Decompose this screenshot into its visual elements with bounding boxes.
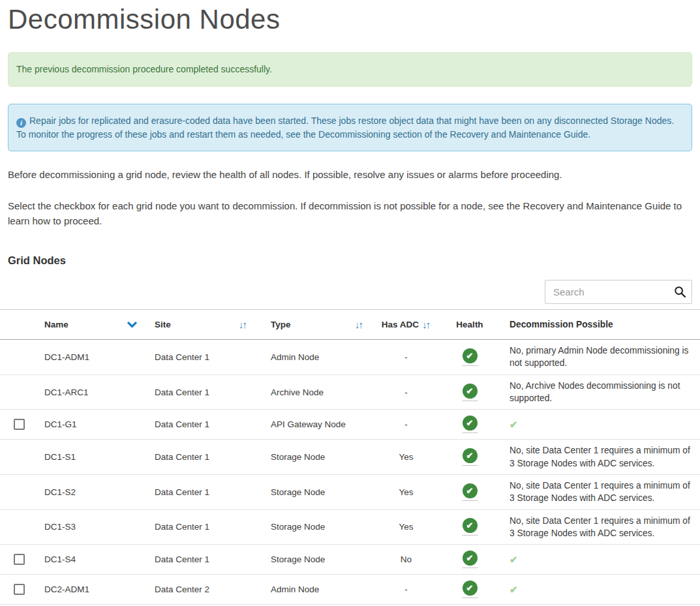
table-row: DC1-ADM1 Data Center 1 Admin Node - ✔ No…: [0, 340, 700, 375]
cell-type: Admin Node: [271, 584, 375, 594]
cell-checkbox: [8, 584, 44, 595]
health-ok-icon[interactable]: ✔: [463, 416, 478, 433]
grid-nodes-heading: Grid Nodes: [8, 254, 692, 267]
cell-has-adc: -: [375, 419, 437, 429]
cell-type: Archive Node: [271, 387, 375, 397]
sort-desc-chevron-icon: [127, 322, 137, 328]
health-check-glyph: ✔: [463, 416, 478, 431]
cell-site: Data Center 1: [155, 352, 271, 362]
decommission-possible-check-icon: ✔: [510, 584, 518, 595]
cell-name: DC1-S4: [44, 554, 155, 564]
success-banner: The previous decommission procedure comp…: [8, 52, 692, 86]
cell-name: DC1-ARC1: [44, 387, 155, 397]
cell-type: API Gateway Node: [271, 419, 375, 429]
grid-nodes-table: Name Site ↓↑ Type ↓↑: [0, 309, 700, 606]
info-icon: i: [16, 118, 26, 128]
cell-type: Storage Node: [271, 522, 375, 532]
page-title: Decommission Nodes: [8, 4, 692, 35]
cell-checkbox: [8, 419, 44, 430]
grid-table-header: Name Site ↓↑ Type ↓↑: [0, 310, 700, 340]
cell-has-adc: -: [375, 387, 437, 397]
table-row: DC1-S3 Data Center 1 Storage Node Yes ✔ …: [0, 510, 700, 545]
health-ok-icon[interactable]: ✔: [463, 348, 478, 366]
cell-site: Data Center 1: [155, 522, 271, 532]
table-row: DC1-ARC1 Data Center 1 Archive Node - ✔ …: [0, 375, 700, 410]
health-check-glyph: ✔: [463, 518, 478, 533]
info-banner: iRepair jobs for replicated and erasure-…: [8, 104, 692, 152]
column-header-has-adc[interactable]: Has ADC ↓↑: [375, 320, 437, 329]
search-input[interactable]: [545, 280, 692, 304]
cell-site: Data Center 1: [155, 452, 271, 462]
health-check-glyph: ✔: [463, 448, 478, 463]
column-header-name-label: Name: [44, 320, 68, 329]
table-row: DC1-S1 Data Center 1 Storage Node Yes ✔ …: [0, 440, 700, 475]
cell-type: Admin Node: [271, 352, 375, 362]
health-ok-icon[interactable]: ✔: [463, 551, 478, 568]
cell-has-adc: -: [375, 352, 437, 362]
health-ok-icon[interactable]: ✔: [463, 518, 478, 536]
cell-health: ✔: [437, 448, 502, 466]
column-header-type-label: Type: [271, 320, 291, 329]
column-header-type[interactable]: Type ↓↑: [271, 320, 375, 329]
cell-decommission-possible: ✔: [502, 413, 692, 436]
search-box: [545, 280, 692, 304]
cell-health: ✔: [437, 551, 502, 568]
cell-decommission-possible: No, Archive Nodes decommissioning is not…: [502, 375, 692, 410]
table-row: DC1-S4 Data Center 1 Storage Node No ✔ ✔: [0, 545, 700, 575]
cell-health: ✔: [437, 348, 502, 366]
cell-has-adc: Yes: [375, 487, 437, 497]
sort-updown-icon: ↓↑: [355, 320, 363, 329]
column-header-decommission-possible: Decommission Possible: [502, 314, 692, 335]
intro-select-checkbox: Select the checkbox for each grid node y…: [8, 198, 690, 229]
column-header-health: Health: [437, 320, 502, 329]
cell-decommission-possible: No, primary Admin Node decommissioning i…: [502, 340, 692, 374]
cell-site: Data Center 1: [155, 554, 271, 564]
intro-review-health: Before decommissioning a grid node, revi…: [8, 167, 690, 182]
health-ok-icon[interactable]: ✔: [463, 581, 478, 598]
row-checkbox[interactable]: [14, 419, 25, 430]
column-header-name[interactable]: Name: [44, 320, 155, 329]
grid-table-body: DC1-ADM1 Data Center 1 Admin Node - ✔ No…: [0, 340, 700, 606]
cell-has-adc: -: [375, 584, 437, 594]
cell-site: Data Center 1: [155, 419, 271, 429]
health-ok-icon[interactable]: ✔: [463, 448, 478, 466]
health-check-glyph: ✔: [463, 581, 478, 596]
cell-site: Data Center 1: [155, 387, 271, 397]
cell-has-adc: Yes: [375, 522, 437, 532]
sort-updown-icon: ↓↑: [239, 320, 247, 329]
health-check-glyph: ✔: [463, 348, 478, 363]
row-checkbox[interactable]: [14, 554, 25, 565]
cell-decommission-possible: No, site Data Center 1 requires a minimu…: [502, 440, 692, 474]
table-row: DC1-S2 Data Center 1 Storage Node Yes ✔ …: [0, 475, 700, 510]
cell-name: DC1-S1: [44, 452, 155, 462]
health-check-glyph: ✔: [463, 483, 478, 498]
health-ok-icon[interactable]: ✔: [463, 384, 478, 401]
cell-decommission-possible: ✔: [502, 548, 692, 571]
cell-health: ✔: [437, 483, 502, 501]
table-row: DC1-G1 Data Center 1 API Gateway Node - …: [0, 410, 700, 440]
column-header-site[interactable]: Site ↓↑: [155, 320, 271, 329]
cell-site: Data Center 1: [155, 487, 271, 497]
cell-name: DC1-G1: [44, 419, 155, 429]
cell-type: Storage Node: [271, 452, 375, 462]
row-checkbox[interactable]: [14, 584, 25, 595]
cell-health: ✔: [437, 518, 502, 536]
sort-updown-icon: ↓↑: [422, 320, 431, 329]
cell-decommission-possible: ✔: [502, 578, 692, 601]
column-header-has-adc-label: Has ADC: [382, 320, 419, 329]
table-row: DC2-ADM1 Data Center 2 Admin Node - ✔ ✔: [0, 575, 700, 605]
cell-health: ✔: [437, 384, 502, 401]
cell-name: DC1-ADM1: [44, 352, 155, 362]
search-icon[interactable]: [674, 286, 686, 298]
decommission-nodes-page: Decommission Nodes The previous decommis…: [0, 0, 700, 606]
cell-type: Storage Node: [271, 487, 375, 497]
decommission-possible-check-icon: ✔: [510, 554, 518, 565]
decommission-possible-check-icon: ✔: [510, 419, 518, 430]
health-check-glyph: ✔: [463, 551, 478, 566]
health-ok-icon[interactable]: ✔: [463, 483, 478, 501]
cell-site: Data Center 2: [155, 584, 271, 594]
cell-decommission-possible: No, site Data Center 1 requires a minimu…: [502, 510, 692, 545]
cell-type: Storage Node: [271, 554, 375, 564]
info-banner-text: Repair jobs for replicated and erasure-c…: [16, 115, 674, 140]
health-check-glyph: ✔: [463, 384, 478, 399]
